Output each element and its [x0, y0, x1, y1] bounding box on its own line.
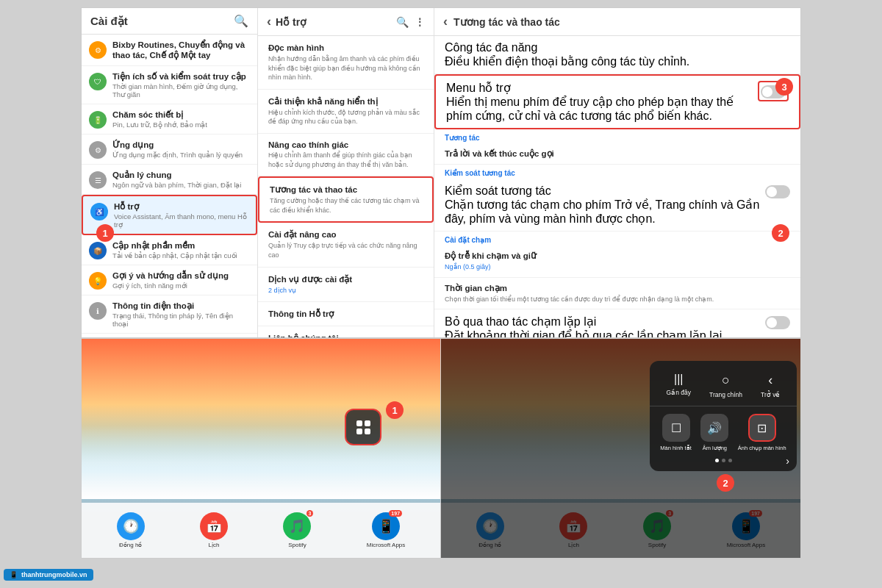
control-toggle[interactable]	[765, 185, 790, 198]
interact-panel-title: Tương tác và thao tác	[453, 16, 560, 28]
support-text: Hỗ trợ Voice Assistant, Âm thanh mono, m…	[114, 201, 248, 229]
back-label: Trở về	[761, 391, 780, 398]
support-item-hearing[interactable]: Nâng cao thính giác Hiệu chỉnh âm thanh …	[258, 134, 434, 176]
panel-interact: ‹ Tương tác và thao tác Công tác đa năng…	[434, 8, 800, 337]
settings-item-digital[interactable]: 🛡 Tiện ích số và kiểm soát truy cập Thời…	[82, 66, 257, 104]
dock-calendar-left[interactable]: 📅 Lịch	[200, 512, 228, 548]
settings-item-manage[interactable]: ☰ Quản lý chung Ngôn ngữ và bàn phím, Th…	[82, 165, 257, 195]
duration-title: Thời gian chạm	[445, 283, 790, 293]
screenshot-label: Ánh chụp màn hình	[738, 445, 786, 451]
screen-reader-sub: Nhận hướng dẫn bằng âm thanh và các phím…	[268, 54, 423, 82]
interact-item-control[interactable]: Kiểm soát tương tác Chặn tương tác chạm …	[434, 179, 800, 232]
interact-item-delay[interactable]: Độ trễ khi chạm và giữ Ngắn (0.5 giây)	[434, 245, 800, 278]
kiem-soat-section: Kiểm soát tương tác	[434, 165, 800, 179]
popup-action-volume[interactable]: 🔊 Âm lượng	[700, 414, 728, 451]
display-sub: Hiệu chỉnh kích thước, độ tương phản và …	[268, 108, 423, 126]
apps-sub: Ứng dụng mặc định, Trình quản lý quyền	[112, 151, 243, 159]
support-item-about[interactable]: Thông tin Hỗ trợ	[258, 302, 434, 326]
interact-item-repeat[interactable]: Bỏ qua thao tác chạm lặp lại Đặt khoảng …	[434, 309, 800, 337]
ms-icon-left: 📱 197	[372, 512, 400, 540]
grid-dot-4	[365, 429, 370, 434]
digital-title: Tiện ích số và kiểm soát truy cập	[112, 71, 250, 82]
support-item-screen-reader[interactable]: Đọc màn hình Nhận hướng dẫn bằng âm than…	[258, 36, 434, 90]
tips-text: Gợi ý và hướng dẫn sử dụng Gợi ý ích, tí…	[112, 270, 229, 290]
repeat-toggle[interactable]	[765, 316, 790, 329]
panel-settings: Cài đặt 🔍 ⚙ Bixby Routines, Chuyển động …	[82, 8, 258, 337]
interact-item-call[interactable]: Trả lời và kết thúc cuộc gọi	[434, 143, 800, 165]
dot-2	[722, 459, 725, 462]
popup-nav: ||| Gần đây ○ Trang chính ‹ Trở về	[650, 368, 797, 406]
call-title: Trả lời và kết thúc cuộc gọi	[445, 148, 790, 159]
settings-item-info[interactable]: ℹ Thông tin điện thoại Trạng thái, Thông…	[82, 295, 257, 334]
settings-container: Cài đặt 🔍 ⚙ Bixby Routines, Chuyển động …	[81, 7, 801, 338]
repeat-sub: Đặt khoảng thời gian để bỏ qua các lần c…	[445, 329, 765, 337]
popup-arrow[interactable]: ›	[786, 455, 789, 467]
advanced-title: Cài đặt nâng cao	[268, 229, 423, 240]
support-item-display[interactable]: Cải thiện khả năng hiển thị Hiệu chỉnh k…	[258, 90, 434, 134]
menu-support-title: Menu hỗ trợ	[446, 81, 758, 95]
tips-title: Gợi ý và hướng dẫn sử dụng	[112, 270, 229, 281]
settings-item-tips[interactable]: 💡 Gợi ý và hướng dẫn sử dụng Gợi ý ích, …	[82, 265, 257, 295]
brand-tag: 📱 thanhtrungmobile.vn	[4, 569, 93, 581]
duration-sub: Chọn thời gian tối thiểu một tương tác c…	[445, 295, 790, 304]
settings-item-device[interactable]: 🔋 Chăm sóc thiết bị Pin, Lưu trữ, Bộ nhớ…	[82, 104, 257, 135]
settings-item-bixby[interactable]: ⚙ Bixby Routines, Chuyển động và thao tá…	[82, 35, 257, 66]
settings-panel-header: Cài đặt 🔍	[82, 8, 257, 35]
settings-search-icon[interactable]: 🔍	[234, 14, 248, 28]
phone-left: 1 🕐 Đồng hồ 📅 Lịch 🎵 3 Spotify	[81, 338, 441, 559]
installed-sub: 2 dịch vụ	[268, 286, 423, 295]
spotify-badge-left: 3	[306, 510, 314, 517]
popup-nav-home[interactable]: ○ Trang chính	[709, 373, 742, 398]
grid-dot-1	[356, 420, 362, 426]
support-item-installed[interactable]: Dịch vụ được cài đặt 2 dịch vụ	[258, 268, 434, 303]
apps-title: Ứng dụng	[112, 140, 243, 150]
volume-icon: 🔊	[700, 414, 728, 442]
support-item-interact[interactable]: Tương tác và thao tác Tăng cường hoặc th…	[258, 176, 434, 223]
update-sub: Tải về bản cập nhật, Cập nhật tận cuối	[112, 251, 237, 259]
bottom-annotation-2: 2	[717, 474, 734, 492]
popup-nav-recent[interactable]: ||| Gần đây	[667, 373, 691, 398]
digital-icon: 🛡	[89, 73, 107, 90]
dot-3	[728, 459, 732, 462]
dock-ms-left[interactable]: 📱 197 Microsoft Apps	[367, 512, 405, 548]
support-title: Hỗ trợ	[114, 201, 248, 212]
interact-item-multitask[interactable]: Công tác đa năng Điều khiển điện thoại b…	[434, 36, 800, 74]
support-back-icon[interactable]: ‹	[267, 14, 271, 29]
recent-icon: |||	[674, 373, 683, 386]
interact-title: Tương tác và thao tác	[270, 184, 422, 195]
support-more-icon[interactable]: ⋮	[415, 16, 425, 28]
update-text: Cập nhật phần mềm Tải về bản cập nhật, C…	[112, 240, 237, 259]
manage-icon: ☰	[89, 171, 107, 189]
popup-nav-back[interactable]: ‹ Trở về	[761, 373, 780, 398]
support-header-left: ‹ Hỗ trợ	[267, 14, 306, 29]
calendar-label-left: Lịch	[209, 542, 220, 548]
hearing-title: Nâng cao thính giác	[268, 140, 423, 149]
recent-label: Gần đây	[667, 389, 691, 396]
dock-spotify-left[interactable]: 🎵 3 Spotify	[283, 512, 311, 548]
popup-action-screen-off[interactable]: ☐ Màn hình tắt	[660, 414, 692, 451]
support-item-advanced[interactable]: Cài đặt nâng cao Quản lý Truy cập trực t…	[258, 223, 434, 267]
clock-label-left: Đồng hồ	[119, 542, 142, 548]
home-icon: ○	[722, 373, 730, 388]
grid-icon	[356, 420, 370, 434]
update-title: Cập nhật phần mềm	[112, 240, 237, 251]
support-item-contact[interactable]: Liên hệ chúng tôi	[258, 326, 434, 337]
settings-item-apps[interactable]: ⚙ Ứng dụng Ứng dụng mặc định, Trình quản…	[82, 135, 257, 165]
spotify-icon-left: 🎵 3	[283, 512, 311, 540]
dock-clock-left[interactable]: 🕐 Đồng hồ	[117, 512, 145, 548]
interact-item-menu-support[interactable]: Menu hỗ trợ Hiển thị menu phím để truy c…	[434, 74, 800, 129]
ms-badge-left: 197	[389, 510, 402, 517]
settings-title: Cài đặt	[90, 15, 128, 28]
support-search-icon[interactable]: 🔍	[396, 16, 409, 28]
interact-item-duration[interactable]: Thời gian chạm Chọn thời gian tối thiểu …	[434, 278, 800, 310]
multitask-sub: Điều khiển điện thoại bằng công tác tùy …	[445, 54, 790, 68]
manage-text: Quản lý chung Ngôn ngữ và bàn phím, Thời…	[112, 170, 241, 189]
popup-dots	[650, 456, 797, 464]
interact-back-icon[interactable]: ‹	[443, 14, 448, 29]
update-icon: 📦	[89, 242, 107, 259]
tips-icon: 💡	[89, 272, 107, 290]
assist-menu-button[interactable]	[345, 409, 381, 445]
popup-action-screenshot[interactable]: ⊡ Ánh chụp màn hình	[738, 414, 786, 451]
back-icon: ‹	[768, 373, 772, 388]
screen-off-icon: ☐	[662, 414, 690, 442]
